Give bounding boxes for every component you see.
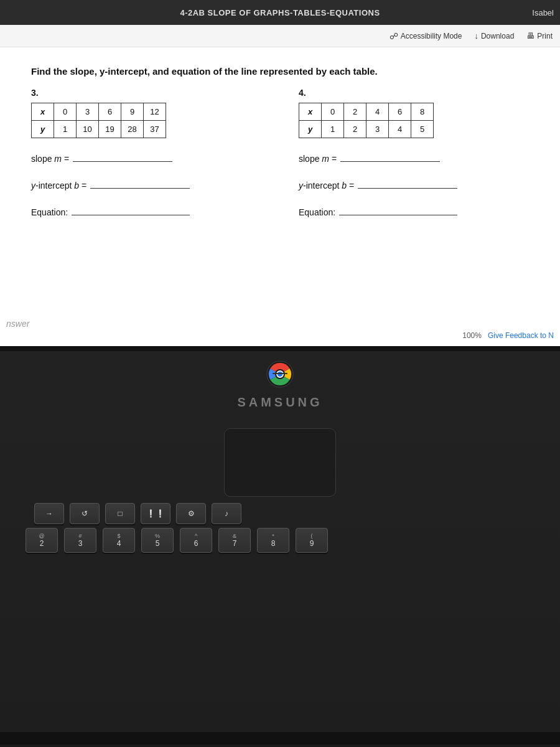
zoom-bar: 100% Give Feedback to N — [462, 331, 554, 340]
table-cell: 6 — [389, 103, 411, 121]
problem-3: 3. x 0 3 6 9 12 y 1 10 19 28 37 — [31, 88, 261, 231]
equation-input-4[interactable] — [339, 204, 457, 215]
document-title: 4-2AB SLOPE OF GRAPHS-TABLES-EQUATIONS — [180, 8, 380, 17]
problems-row: 3. x 0 3 6 9 12 y 1 10 19 28 37 — [31, 88, 529, 231]
equation-label-3: Equation: — [31, 207, 68, 217]
print-icon: 🖶 — [526, 31, 534, 40]
x-label: x — [32, 103, 54, 121]
document-area: Find the slope, y-intercept, and equatio… — [0, 47, 560, 346]
equation-input-3[interactable] — [72, 204, 190, 215]
table-cell: 3 — [77, 103, 99, 121]
key-7[interactable]: & 7 — [218, 528, 251, 553]
table-cell: 0 — [322, 103, 344, 121]
key-back[interactable]: → — [34, 503, 64, 524]
y-intercept-input-4[interactable] — [358, 177, 457, 189]
zoom-level: 100% — [462, 331, 482, 340]
accessibility-button[interactable]: ☍ Accessibility Mode — [390, 31, 462, 41]
table-cell: 0 — [54, 103, 77, 121]
problem-4: 4. x 0 2 4 6 8 y 1 2 3 4 5 — [299, 88, 529, 231]
table-cell: 12 — [144, 103, 166, 121]
screen-bezel-bottom — [0, 346, 560, 351]
keyboard-area: → ↺ □ ❕❕ ⚙ ♪ — [0, 503, 560, 556]
key-3[interactable]: # 3 — [64, 528, 96, 553]
feedback-link[interactable]: Give Feedback to N — [488, 331, 554, 340]
y-intercept-field-3: y-intercept b = — [31, 177, 261, 190]
table-cell: 5 — [411, 121, 434, 138]
y-label: y — [299, 121, 322, 138]
problem-3-table: x 0 3 6 9 12 y 1 10 19 28 37 — [31, 103, 166, 138]
table-row: x 0 2 4 6 8 — [299, 103, 434, 121]
svg-rect-4 — [273, 373, 287, 374]
table-cell: 3 — [366, 121, 389, 138]
trackpad[interactable] — [224, 428, 336, 497]
table-cell: 1 — [54, 121, 77, 138]
accessibility-icon: ☍ — [390, 31, 398, 41]
key-4[interactable]: $ 4 — [103, 528, 135, 553]
chrome-icon — [266, 360, 294, 388]
key-6[interactable]: ^ 6 — [180, 528, 212, 553]
problem-4-table: x 0 2 4 6 8 y 1 2 3 4 5 — [299, 103, 434, 138]
key-fullscreen[interactable]: □ — [105, 503, 135, 524]
table-cell: 10 — [77, 121, 99, 138]
y-intercept-label-4: y-intercept b = — [299, 181, 354, 190]
table-cell: 2 — [344, 103, 366, 121]
table-cell: 8 — [411, 103, 434, 121]
chrome-icon-container — [266, 360, 294, 390]
slope-field-4: slope m = — [299, 151, 529, 164]
table-cell: 4 — [389, 121, 411, 138]
key-2[interactable]: @ 2 — [26, 528, 58, 553]
y-intercept-input-3[interactable] — [90, 177, 190, 189]
answer-label: nswer — [6, 319, 29, 329]
y-label: y — [32, 121, 54, 138]
laptop-body: SAMSUNG → ↺ □ ❕❕ — [0, 351, 560, 745]
problem-instruction: Find the slope, y-intercept, and equatio… — [31, 66, 529, 77]
slope-field-3: slope m = — [31, 151, 261, 164]
key-brightness-down[interactable]: ⚙ — [176, 503, 206, 524]
key-refresh[interactable]: ↺ — [70, 503, 100, 524]
table-cell: 1 — [322, 121, 344, 138]
laptop-section: SAMSUNG → ↺ □ ❕❕ — [0, 346, 560, 745]
user-name: Isabel — [532, 8, 554, 17]
table-row: x 0 3 6 9 12 — [32, 103, 166, 121]
download-button[interactable]: ↓ Download — [474, 31, 514, 40]
slope-input-3[interactable] — [73, 151, 172, 162]
table-cell: 6 — [99, 103, 121, 121]
bottom-strip — [0, 732, 560, 745]
x-label: x — [299, 103, 322, 121]
table-cell: 19 — [99, 121, 121, 138]
slope-input-4[interactable] — [340, 151, 440, 162]
slope-label-4: slope m = — [299, 154, 337, 164]
problem-3-number: 3. — [31, 88, 261, 98]
download-icon: ↓ — [474, 31, 478, 40]
y-intercept-field-4: y-intercept b = — [299, 177, 529, 190]
table-row: y 1 2 3 4 5 — [299, 121, 434, 138]
table-row: y 1 10 19 28 37 — [32, 121, 166, 138]
doc-toolbar: ☍ Accessibility Mode ↓ Download 🖶 Print — [0, 25, 560, 47]
equation-field-4: Equation: — [299, 204, 529, 217]
top-bar: 4-2AB SLOPE OF GRAPHS-TABLES-EQUATIONS I… — [0, 0, 560, 25]
slope-label-3: slope m = — [31, 154, 69, 164]
key-windows[interactable]: ❕❕ — [141, 503, 170, 524]
table-cell: 4 — [366, 103, 389, 121]
table-cell: 28 — [121, 121, 144, 138]
table-cell: 2 — [344, 121, 366, 138]
problem-4-number: 4. — [299, 88, 529, 98]
table-cell: 37 — [144, 121, 166, 138]
key-9[interactable]: ( 9 — [296, 528, 328, 553]
keyboard-nav-row: → ↺ □ ❕❕ ⚙ ♪ — [12, 503, 548, 524]
keyboard-number-row: @ 2 # 3 $ 4 % 5 ^ 6 — [12, 528, 548, 553]
key-brightness-up[interactable]: ♪ — [212, 503, 241, 524]
y-intercept-label-3: y-intercept b = — [31, 181, 86, 190]
print-button[interactable]: 🖶 Print — [526, 31, 553, 40]
key-8[interactable]: * 8 — [257, 528, 289, 553]
equation-field-3: Equation: — [31, 204, 261, 217]
samsung-label: SAMSUNG — [237, 395, 322, 410]
key-5[interactable]: % 5 — [141, 528, 174, 553]
equation-label-4: Equation: — [299, 207, 335, 217]
table-cell: 9 — [121, 103, 144, 121]
